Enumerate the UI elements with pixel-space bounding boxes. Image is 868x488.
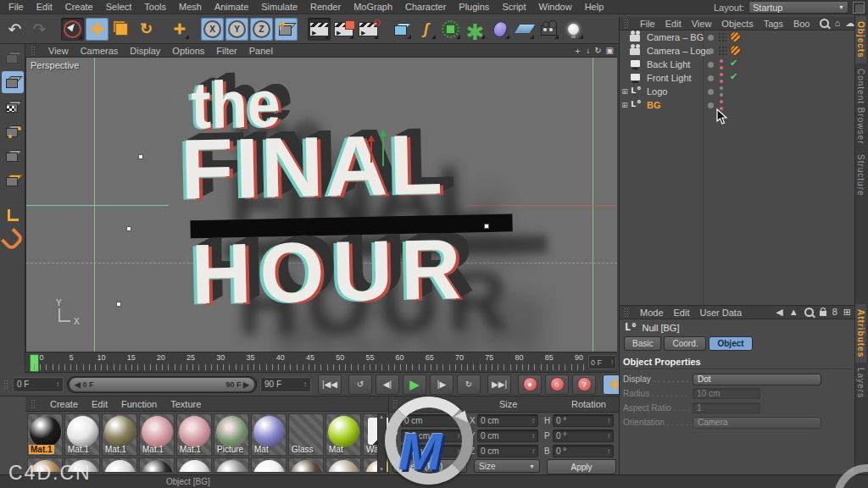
menu-item[interactable]: Window	[539, 2, 572, 12]
material-tile-partial[interactable]	[326, 458, 361, 473]
tag-badge-icon[interactable]	[730, 31, 742, 43]
search-icon[interactable]	[820, 19, 829, 28]
visibility-dots-icon[interactable]	[718, 32, 726, 42]
visibility-dots-icon[interactable]	[718, 46, 726, 56]
add-generator-button[interactable]	[439, 18, 462, 41]
material-scrollbar[interactable]	[377, 413, 387, 473]
layer-dot-icon[interactable]	[708, 35, 714, 41]
next-frame-button[interactable]: |▶	[430, 374, 453, 395]
snap-button[interactable]	[2, 229, 24, 251]
menu-item[interactable]: Boo	[793, 19, 810, 29]
add-environment-button[interactable]	[513, 18, 536, 41]
material-tile[interactable]: Glass	[288, 413, 324, 456]
object-row[interactable]: ⊞ Front Light	[620, 71, 854, 85]
object-row[interactable]: ⊞ Camera – Logo	[620, 44, 854, 58]
pan-view-icon[interactable]: ＋	[573, 47, 581, 55]
selection-handle[interactable]	[138, 154, 143, 159]
menu-item[interactable]: Select	[106, 2, 132, 12]
menu-item[interactable]: Edit	[36, 2, 53, 12]
object-name[interactable]: Camera – BG	[647, 32, 704, 42]
material-tile-partial[interactable]	[102, 458, 137, 473]
panel-tab[interactable]: Layers	[855, 363, 866, 403]
menu-item[interactable]: Panel	[249, 46, 273, 56]
menu-item[interactable]: Display	[130, 46, 160, 56]
redo-button[interactable]: ↷	[28, 18, 51, 41]
menu-item[interactable]: Objects	[721, 19, 753, 29]
layer-dot-icon[interactable]	[708, 103, 714, 108]
history-back-icon[interactable]: ◀	[776, 308, 782, 317]
material-tile[interactable]: Mat.1	[27, 413, 63, 456]
object-name[interactable]: Camera – Logo	[647, 46, 711, 56]
preview-range-pill[interactable]: ◀ 0 F 90 F ▶	[70, 378, 254, 391]
rot-b-field[interactable]: 0 °↕	[553, 445, 614, 458]
menu-item[interactable]: Edit	[665, 19, 682, 29]
tag-badge-icon[interactable]	[730, 45, 742, 57]
material-tile[interactable]: Mat.1	[176, 413, 212, 456]
menu-item[interactable]: User Data	[700, 308, 743, 318]
attribute-tab[interactable]: Coord.	[664, 336, 706, 351]
object-row[interactable]: ⊞ BG	[620, 98, 854, 112]
tag-badge-icon[interactable]	[730, 99, 742, 111]
points-mode-button[interactable]	[2, 120, 24, 142]
timeline-tick-label[interactable]: 70	[452, 353, 467, 362]
keyframe-selection-button[interactable]: ?	[572, 374, 596, 395]
zoom-view-icon[interactable]: ↓	[586, 47, 590, 55]
stepper-icon[interactable]: ↕	[303, 380, 307, 388]
object-row[interactable]: ⊞ Camera – BG	[620, 30, 854, 44]
pos-z-field[interactable]: 7 cm↕	[401, 445, 464, 458]
drag-grip-icon[interactable]	[624, 308, 630, 318]
goto-end-button[interactable]: ▶▶|	[487, 374, 511, 395]
frame-end-field[interactable]: 90 F↕	[260, 377, 311, 392]
menu-item[interactable]: Create	[50, 399, 78, 409]
undo-button[interactable]: ↶	[3, 18, 26, 41]
polygons-mode-button[interactable]	[2, 169, 24, 191]
tag-badge-icon[interactable]	[730, 58, 742, 70]
panel-tab[interactable]: Objects	[855, 16, 866, 64]
timeline-tick-label[interactable]: 5	[64, 353, 79, 362]
add-spline-button[interactable]: ʃ	[415, 18, 437, 41]
material-tile-partial[interactable]	[214, 458, 249, 473]
object-name[interactable]: Front Light	[647, 73, 692, 83]
menu-item[interactable]: File	[8, 2, 24, 12]
object-row[interactable]: ⊞ Back Light	[620, 58, 854, 71]
drag-grip-icon[interactable]	[31, 399, 36, 409]
visibility-dots-icon[interactable]	[718, 86, 725, 97]
attribute-control[interactable]: 10 cm	[693, 388, 760, 399]
timeline-tick-label[interactable]: 85	[542, 353, 557, 362]
cloud-icon[interactable]: ☁	[845, 19, 854, 28]
scale-tool-button[interactable]	[110, 18, 133, 41]
menu-item[interactable]: Create	[65, 2, 93, 12]
pos-y-field[interactable]: 7.2 cm↕	[401, 430, 464, 442]
material-tile-partial[interactable]	[288, 458, 324, 473]
material-tile-partial[interactable]	[251, 458, 287, 473]
material-tile[interactable]: Mat.1	[102, 413, 137, 456]
add-mograph-button[interactable]: ✱	[464, 18, 487, 41]
timeline-tick-label[interactable]: 25	[183, 353, 198, 362]
add-panel-icon[interactable]: ⊞	[843, 308, 851, 317]
drag-grip-icon[interactable]	[31, 46, 36, 56]
layer-dot-icon[interactable]	[708, 62, 714, 68]
timeline-tick-label[interactable]: 55	[362, 353, 377, 362]
drag-grip-icon[interactable]	[624, 19, 630, 29]
tag-badge-icon[interactable]	[730, 86, 742, 97]
timeline-tick-label[interactable]: 35	[243, 353, 259, 362]
panel-tab[interactable]: Structure	[855, 149, 866, 202]
menu-item[interactable]: Render	[310, 2, 341, 12]
layout-dropdown[interactable]: Startup ▼	[748, 1, 849, 14]
previous-frame-button[interactable]: ◀|	[376, 374, 399, 395]
object-name[interactable]: BG	[647, 100, 661, 110]
object-row[interactable]: ⊞ Logo	[620, 85, 854, 98]
menu-item[interactable]: Cameras	[81, 46, 119, 56]
timeline-tick-label[interactable]: 20	[153, 353, 169, 362]
home-icon[interactable]: ⌂	[834, 19, 840, 28]
attribute-tab[interactable]: Object	[709, 336, 752, 351]
menu-item[interactable]: Mesh	[179, 2, 202, 12]
pos-x-field[interactable]: 0 cm↕	[401, 414, 464, 427]
menu-item[interactable]: Edit	[674, 308, 690, 318]
timeline-tick-label[interactable]: 65	[422, 353, 437, 362]
play-button[interactable]: ▶	[403, 374, 426, 395]
play-backwards-button[interactable]: ↺	[348, 374, 372, 395]
attribute-control[interactable]: Camera	[693, 417, 821, 429]
menu-item[interactable]: View	[692, 19, 712, 29]
menu-item[interactable]: Animate	[214, 2, 248, 12]
